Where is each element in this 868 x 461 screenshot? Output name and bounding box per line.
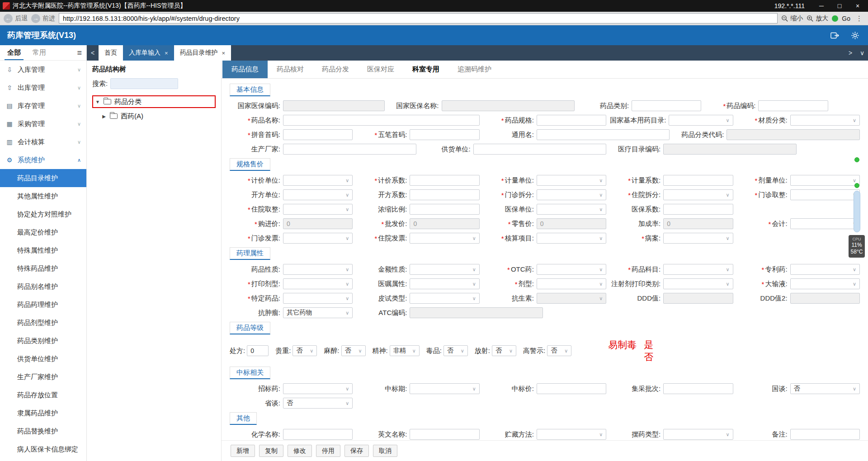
tabs-scroll-left-icon[interactable]: < <box>87 45 99 61</box>
minimize-button[interactable]: ─ <box>814 0 829 12</box>
field-select[interactable]: ∨ <box>410 293 479 304</box>
field-select[interactable]: ∨ <box>283 278 353 289</box>
field-input[interactable] <box>790 293 860 304</box>
field-input[interactable] <box>663 204 733 215</box>
sidebar-subitem-4[interactable]: 特殊属性维护 <box>0 241 86 259</box>
zoom-in-button[interactable]: 放大 <box>807 14 828 23</box>
sidebar-item-4[interactable]: ▥会计核算∨ <box>0 133 86 151</box>
section-title-tab[interactable]: 其他 <box>230 412 257 425</box>
field-select[interactable]: ∨ <box>663 278 733 289</box>
sidebar-item-5[interactable]: ⚙系统维护∧ <box>0 151 86 169</box>
sidebar-subitem-14[interactable]: 药品替换维护 <box>0 422 86 440</box>
sidebar-tab-common[interactable]: 常用 <box>30 45 49 60</box>
save-button[interactable]: 保存 <box>344 445 369 457</box>
field-input[interactable] <box>537 129 670 140</box>
field-select[interactable]: 否∨ <box>492 345 516 356</box>
maximize-button[interactable]: □ <box>832 0 847 12</box>
field-input[interactable]: 0 <box>247 345 269 356</box>
sidebar-subitem-13[interactable]: 隶属药品维护 <box>0 404 86 422</box>
field-select[interactable]: ∨ <box>669 115 733 126</box>
sidebar-subitem-2[interactable]: 协定处方对照维护 <box>0 205 86 223</box>
field-input[interactable] <box>410 189 479 200</box>
page-tab-0[interactable]: 首页 <box>99 45 123 61</box>
field-select[interactable]: 否∨ <box>283 398 353 409</box>
field-select[interactable]: 非精∨ <box>390 345 420 356</box>
sidebar-subitem-8[interactable]: 药品剂型维护 <box>0 314 86 332</box>
field-input[interactable]: 0 <box>283 218 353 229</box>
field-select[interactable]: ∨ <box>283 189 353 200</box>
field-input[interactable] <box>442 100 575 111</box>
copy-button[interactable]: 复制 <box>259 445 283 457</box>
field-input[interactable] <box>663 383 733 394</box>
field-input[interactable] <box>283 144 416 155</box>
field-select[interactable]: ∨ <box>663 189 733 200</box>
field-select[interactable]: ∨ <box>537 278 606 289</box>
browser-menu-icon[interactable]: ⋮ <box>854 14 864 23</box>
modify-button[interactable]: 修改 <box>288 445 312 457</box>
form-tab-5[interactable]: 追溯码维护 <box>448 61 500 78</box>
field-input[interactable] <box>663 175 733 186</box>
search-input[interactable] <box>110 78 178 89</box>
cancel-button[interactable]: 取消 <box>373 445 397 457</box>
forward-button[interactable]: → 前进 <box>31 14 55 23</box>
field-select[interactable]: ∨ <box>410 264 479 275</box>
field-input[interactable] <box>663 144 797 155</box>
precursor-option-no[interactable]: 否 <box>644 351 653 363</box>
field-input[interactable] <box>726 129 860 140</box>
field-select[interactable]: 其它药物∨ <box>283 307 353 318</box>
field-input[interactable] <box>283 115 480 126</box>
precursor-option-yes[interactable]: 是 <box>644 339 653 351</box>
tabs-dropdown-icon[interactable]: ∨ <box>856 45 868 61</box>
field-input[interactable] <box>410 175 479 186</box>
field-select[interactable]: ∨ <box>663 429 733 440</box>
back-button[interactable]: ← 后退 <box>4 14 28 23</box>
sidebar-subitem-12[interactable]: 药品存放位置 <box>0 386 86 404</box>
field-select[interactable]: 否∨ <box>341 345 366 356</box>
field-select[interactable]: ∨ <box>537 293 606 304</box>
tree-node[interactable]: ▼药品分类 <box>92 95 216 108</box>
field-select[interactable]: ∨ <box>283 204 353 215</box>
field-select[interactable]: 否∨ <box>790 383 860 394</box>
export-icon[interactable] <box>829 29 841 41</box>
settings-gear-icon[interactable] <box>849 29 861 41</box>
form-tab-0[interactable]: 药品信息 <box>222 61 268 78</box>
zoom-out-button[interactable]: 缩小 <box>781 14 803 23</box>
stop-button[interactable]: 停用 <box>316 445 340 457</box>
field-select[interactable]: ∨ <box>790 115 860 126</box>
field-select[interactable]: 否∨ <box>292 345 317 356</box>
field-input[interactable] <box>790 429 860 440</box>
field-select[interactable]: ∨ <box>537 429 606 440</box>
field-input[interactable] <box>473 144 607 155</box>
field-select[interactable]: ∨ <box>410 233 479 244</box>
field-input[interactable] <box>283 100 385 111</box>
sidebar-subitem-7[interactable]: 药品药理维护 <box>0 296 86 314</box>
menu-collapse-icon[interactable]: ≡ <box>77 45 82 60</box>
field-input[interactable] <box>410 307 543 318</box>
sidebar-subitem-11[interactable]: 生产厂家维护 <box>0 368 86 386</box>
sidebar-item-2[interactable]: ▤库存管理∨ <box>0 97 86 115</box>
field-input[interactable] <box>537 115 606 126</box>
field-select[interactable]: ∨ <box>410 278 479 289</box>
field-input[interactable] <box>283 129 353 140</box>
field-input[interactable] <box>283 429 353 440</box>
sidebar-subitem-5[interactable]: 特殊药品维护 <box>0 259 86 278</box>
field-input[interactable] <box>537 383 606 394</box>
section-title-tab[interactable]: 中标相关 <box>230 367 270 379</box>
field-input[interactable] <box>410 129 479 140</box>
close-tab-icon[interactable]: × <box>165 50 168 56</box>
field-input[interactable]: 0 <box>537 218 606 229</box>
form-tab-3[interactable]: 医保对应 <box>358 61 403 78</box>
tabs-scroll-right-icon[interactable]: > <box>844 45 856 61</box>
field-select[interactable]: ∨ <box>283 233 353 244</box>
field-select[interactable]: ∨ <box>283 293 353 304</box>
sidebar-tab-all[interactable]: 全部 <box>5 45 24 60</box>
sidebar-subitem-15[interactable]: 病人医保卡信息绑定 <box>0 440 86 458</box>
field-input[interactable] <box>410 204 479 215</box>
sidebar-subitem-0[interactable]: 药品目录维护 <box>0 169 86 187</box>
field-select[interactable]: ∨ <box>663 264 733 275</box>
page-tab-1[interactable]: 入库单输入× <box>123 45 174 61</box>
scrollbar-thumb[interactable] <box>854 191 860 232</box>
section-title-tab[interactable]: 药理属性 <box>230 247 270 260</box>
close-button[interactable]: × <box>850 0 865 12</box>
field-select[interactable]: ∨ <box>283 383 353 394</box>
